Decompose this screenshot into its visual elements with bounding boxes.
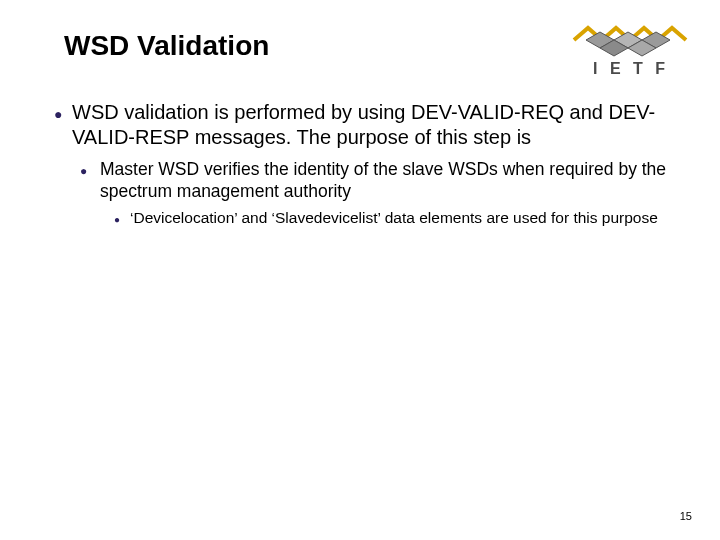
bullet-level-3: ● ‘Devicelocation’ and ‘Slavedevicelist’… [114,208,680,229]
bullet-level-1-text: WSD validation is performed by using DEV… [72,100,680,150]
bullet-level-2: ● Master WSD verifies the identity of th… [80,158,680,202]
slide-body: ● WSD validation is performed by using D… [54,100,680,229]
bullet-level-3-text: ‘Devicelocation’ and ‘Slavedevicelist’ d… [130,208,658,227]
ietf-logo: I E T F [566,14,696,84]
ietf-logo-icon: I E T F [566,14,696,84]
ietf-logo-text: I E T F [593,60,669,77]
bullet-icon: ● [80,158,100,181]
slide: WSD Validation I E T F ● WSD validation … [0,0,720,540]
bullet-icon: ● [54,100,72,125]
bullet-icon: ● [114,208,130,229]
bullet-level-1: ● WSD validation is performed by using D… [54,100,680,150]
page-number: 15 [680,510,692,522]
slide-title: WSD Validation [64,30,269,62]
bullet-level-2-text: Master WSD verifies the identity of the … [100,158,680,202]
